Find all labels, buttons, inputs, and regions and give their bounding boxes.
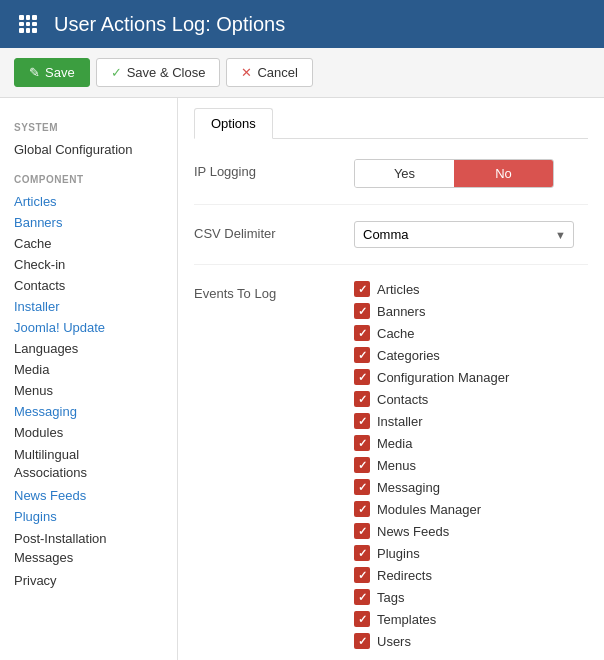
sidebar-item-messaging[interactable]: Messaging: [14, 401, 163, 422]
list-item: Messaging: [354, 479, 588, 495]
checkbox-messaging[interactable]: [354, 479, 370, 495]
list-item: Banners: [354, 303, 588, 319]
checkbox-articles[interactable]: [354, 281, 370, 297]
sidebar-item-post-installation[interactable]: Post-InstallationMessages: [14, 527, 163, 569]
checkbox-templates[interactable]: [354, 611, 370, 627]
checkbox-tags[interactable]: [354, 589, 370, 605]
content-area: SYSTEM Global Configuration COMPONENT Ar…: [0, 98, 604, 660]
sidebar-item-cache[interactable]: Cache: [14, 233, 163, 254]
save-close-button[interactable]: ✓ Save & Close: [96, 58, 221, 87]
ip-logging-no-button[interactable]: No: [454, 160, 553, 187]
list-item: Media: [354, 435, 588, 451]
sidebar: SYSTEM Global Configuration COMPONENT Ar…: [0, 98, 178, 660]
checkbox-users[interactable]: [354, 633, 370, 649]
list-item: Templates: [354, 611, 588, 627]
system-section-label: SYSTEM: [14, 122, 163, 133]
csv-delimiter-control: Comma Semicolon Tab Space ▼: [354, 221, 588, 248]
tab-options[interactable]: Options: [194, 108, 273, 139]
page-title: User Actions Log: Options: [54, 13, 285, 36]
csv-delimiter-select[interactable]: Comma Semicolon Tab Space: [354, 221, 574, 248]
sidebar-item-media[interactable]: Media: [14, 359, 163, 380]
sidebar-item-privacy[interactable]: Privacy: [14, 570, 163, 591]
ip-logging-yes-button[interactable]: Yes: [355, 160, 454, 187]
list-item: Redirects: [354, 567, 588, 583]
events-to-log-row: Events To Log Articles Banners Cache: [194, 281, 588, 660]
sidebar-item-multilingual-associations[interactable]: MultilingualAssociations: [14, 443, 163, 485]
events-to-log-control: Articles Banners Cache Categories: [354, 281, 588, 655]
checkbox-configuration-manager[interactable]: [354, 369, 370, 385]
sidebar-item-languages[interactable]: Languages: [14, 338, 163, 359]
component-section-label: COMPONENT: [14, 174, 163, 185]
sidebar-item-articles[interactable]: Articles: [14, 191, 163, 212]
list-item: Configuration Manager: [354, 369, 588, 385]
checkbox-contacts[interactable]: [354, 391, 370, 407]
ip-logging-control: Yes No: [354, 159, 588, 188]
list-item: Menus: [354, 457, 588, 473]
csv-delimiter-label: CSV Delimiter: [194, 221, 354, 241]
list-item: Tags: [354, 589, 588, 605]
sidebar-item-joomla-update[interactable]: Joomla! Update: [14, 317, 163, 338]
save-button[interactable]: ✎ Save: [14, 58, 90, 87]
checkbox-redirects[interactable]: [354, 567, 370, 583]
checkbox-cache[interactable]: [354, 325, 370, 341]
checkbox-banners[interactable]: [354, 303, 370, 319]
list-item: Modules Manager: [354, 501, 588, 517]
list-item: News Feeds: [354, 523, 588, 539]
checkbox-media[interactable]: [354, 435, 370, 451]
sidebar-item-banners[interactable]: Banners: [14, 212, 163, 233]
toolbar: ✎ Save ✓ Save & Close ✕ Cancel: [0, 48, 604, 98]
sidebar-item-modules[interactable]: Modules: [14, 422, 163, 443]
cancel-button[interactable]: ✕ Cancel: [226, 58, 312, 87]
x-icon: ✕: [241, 65, 252, 80]
sidebar-item-global-configuration[interactable]: Global Configuration: [14, 139, 163, 160]
csv-delimiter-select-wrapper: Comma Semicolon Tab Space ▼: [354, 221, 574, 248]
checkbox-plugins[interactable]: [354, 545, 370, 561]
check-icon: ✓: [111, 65, 122, 80]
main-panel: Options IP Logging Yes No CSV Delimiter …: [178, 98, 604, 660]
checkbox-installer[interactable]: [354, 413, 370, 429]
app-icon: [14, 10, 42, 38]
events-checkbox-list: Articles Banners Cache Categories: [354, 281, 588, 655]
checkbox-menus[interactable]: [354, 457, 370, 473]
sidebar-item-news-feeds[interactable]: News Feeds: [14, 485, 163, 506]
list-item: Cache: [354, 325, 588, 341]
sidebar-item-checkin[interactable]: Check-in: [14, 254, 163, 275]
sidebar-item-contacts[interactable]: Contacts: [14, 275, 163, 296]
sidebar-item-menus[interactable]: Menus: [14, 380, 163, 401]
sidebar-item-installer[interactable]: Installer: [14, 296, 163, 317]
csv-delimiter-row: CSV Delimiter Comma Semicolon Tab Space …: [194, 221, 588, 265]
tab-bar: Options: [194, 108, 588, 139]
page-header: User Actions Log: Options: [0, 0, 604, 48]
checkbox-news-feeds[interactable]: [354, 523, 370, 539]
events-to-log-label: Events To Log: [194, 281, 354, 301]
save-icon: ✎: [29, 65, 40, 80]
list-item: Users: [354, 633, 588, 649]
checkbox-modules-manager[interactable]: [354, 501, 370, 517]
list-item: Categories: [354, 347, 588, 363]
ip-logging-toggle: Yes No: [354, 159, 554, 188]
ip-logging-row: IP Logging Yes No: [194, 159, 588, 205]
list-item: Installer: [354, 413, 588, 429]
checkbox-categories[interactable]: [354, 347, 370, 363]
list-item: Plugins: [354, 545, 588, 561]
list-item: Contacts: [354, 391, 588, 407]
list-item: Articles: [354, 281, 588, 297]
sidebar-item-plugins[interactable]: Plugins: [14, 506, 163, 527]
ip-logging-label: IP Logging: [194, 159, 354, 179]
